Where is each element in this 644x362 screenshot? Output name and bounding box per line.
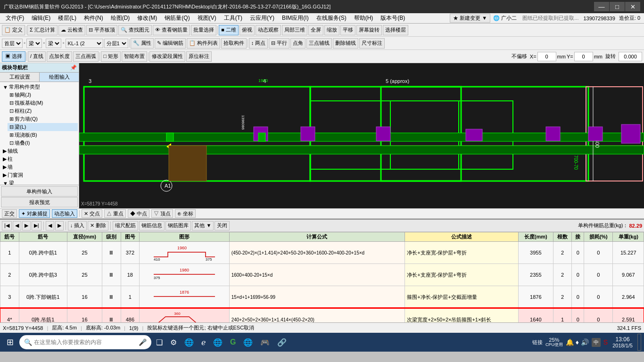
menu-draw[interactable]: 绘图(D) (107, 13, 134, 23)
mic-icon[interactable]: 🎤 (139, 338, 147, 346)
cell-shapeno[interactable]: 372 (121, 242, 140, 264)
center-snap-btn[interactable]: ◆ 中点 (128, 209, 149, 218)
intersection-btn[interactable]: ✕ 交点 (82, 209, 102, 218)
sidebar-item-wall-stair[interactable]: ⊡墙叠(I) (8, 139, 78, 147)
select-floor-btn[interactable]: 选择楼层 (383, 25, 408, 35)
sidebar-item-col-group[interactable]: ▶柱 (1, 155, 78, 163)
top-view-btn[interactable]: 俯视 (239, 25, 255, 35)
sidebar-item-column[interactable]: ⊡框柱(Z) (8, 107, 78, 115)
cell-length[interactable]: 2355 (518, 264, 553, 286)
rebar-info-btn[interactable]: 钢筋信息 (139, 221, 165, 230)
cell-shape[interactable]: 1980375 (140, 264, 229, 286)
cell-weight[interactable]: 9.067 (613, 264, 644, 286)
cell-id[interactable]: 3 (0, 286, 19, 309)
local-3d-btn[interactable]: 局部三维 (282, 25, 307, 35)
sidebar-tab-project[interactable]: 工程设置 (0, 73, 40, 82)
modify-seg-btn[interactable]: 修改梁段属性 (149, 51, 185, 62)
sum-calc-btn[interactable]: Σ 汇总计算 (27, 25, 58, 35)
parallel-btn[interactable]: ⊟ 平行 (269, 38, 289, 49)
batch-select-btn[interactable]: 批量选择 (191, 25, 216, 35)
cell-shape[interactable]: 36045.00340410 (140, 308, 229, 322)
cell-dia[interactable]: 16 (67, 308, 102, 322)
cell-grade[interactable]: Ⅲ (102, 286, 121, 309)
menu-modify[interactable]: 修改(M) (133, 13, 161, 23)
cell-name[interactable]: 0跨.跨中筋3 (19, 264, 67, 286)
menu-online[interactable]: 在线服务(S) (313, 13, 350, 23)
sidebar-item-shear-wall[interactable]: ⊞剪力墙(Q) (8, 115, 78, 123)
rotate-input[interactable] (619, 52, 642, 61)
ortho-btn[interactable]: 正交 (2, 209, 17, 218)
point-angle-btn[interactable]: 点角 (290, 38, 305, 49)
table-row[interactable]: 30跨.下部钢筋116Ⅲ1187615×d+1+1699+56-99箍围+净长-… (0, 286, 644, 309)
show-desktop-btn[interactable] (637, 334, 641, 351)
close-button[interactable]: ✕ (625, 2, 640, 11)
taskbar-app-edge[interactable]: 🌐 (182, 336, 197, 349)
cloud-check-btn[interactable]: ☁ 云检查 (58, 25, 85, 35)
taskbar-app-edge2[interactable]: 🌐 (210, 336, 225, 349)
properties-btn[interactable]: 🔧 属性 (131, 38, 154, 49)
menu-cloud[interactable]: 云应用(Y) (246, 13, 278, 23)
cell-shapeno[interactable]: 486 (121, 308, 140, 322)
zoom-btn[interactable]: 缩放 (324, 25, 339, 35)
two-point-btn[interactable]: ↕ 两点 (249, 38, 268, 49)
new-change-btn[interactable]: ★ 新建变更 ▼ (450, 14, 490, 23)
sidebar-item-opening-group[interactable]: ▶门窗洞 (1, 171, 78, 179)
cell-desc[interactable]: 箍围+净长-保护层+交截面增量 (405, 286, 519, 309)
inplace-mark-btn[interactable]: 原位标注 (186, 51, 212, 62)
scale-rebar-btn[interactable]: 缩尺配筋 (113, 221, 138, 230)
cell-id[interactable]: 4* (0, 308, 19, 322)
find-element-btn[interactable]: 🔍 查找图元 (118, 25, 152, 35)
cell-shape[interactable]: 1876 (140, 286, 229, 309)
taskbar-app-store[interactable]: ⚙ (167, 336, 180, 349)
smart-layout-btn[interactable]: 智能布置 (122, 51, 147, 62)
y-input[interactable] (574, 52, 593, 61)
cell-loss[interactable]: 0 (584, 264, 613, 286)
cell-name[interactable]: 0跨.下部钢筋1 (19, 286, 67, 309)
cell-weight[interactable]: 2.591 (613, 308, 644, 322)
cell-grade[interactable]: Ⅲ (102, 242, 121, 264)
cell-shapeno[interactable]: 1 (121, 286, 140, 309)
cell-formula[interactable]: 1600+400-20+15×d (229, 264, 405, 286)
minimize-button[interactable]: — (594, 2, 609, 11)
table-row[interactable]: 20跨.跨中筋325Ⅲ1819803751600+400-20+15×d净长+支… (0, 264, 644, 286)
sidebar-item-slab[interactable]: ⊞现浇板(B) (8, 131, 78, 139)
cell-id[interactable]: 1 (0, 242, 19, 264)
cell-weight[interactable]: 2.964 (613, 286, 644, 309)
point-len-btn[interactable]: 点加长度 (47, 51, 72, 62)
taskbar-app-ie[interactable]: ℯ (198, 336, 208, 349)
x-input[interactable] (537, 52, 556, 61)
single-element-btn[interactable]: 单构件输入 (1, 186, 78, 197)
cell-formula[interactable]: 240+2×50+2×360+1×1.414×(450-2×20) (229, 308, 405, 322)
menu-version[interactable]: 版本号(B) (377, 13, 409, 23)
sidebar-item-axle-group[interactable]: ▶轴线 (1, 147, 78, 155)
cell-count[interactable]: 2 (553, 264, 572, 286)
cell-length[interactable]: 1640 (518, 308, 553, 322)
three-arc-btn[interactable]: 三点画弧 (73, 51, 99, 62)
user-btn[interactable]: 🌐 广小二 (490, 14, 520, 22)
sidebar-item-common[interactable]: ▼ 常用构件类型 (1, 83, 78, 91)
menu-element[interactable]: 构件(N) (80, 13, 107, 23)
menu-file[interactable]: 文件(F) (2, 13, 28, 23)
menu-floor[interactable]: 楼层(L) (54, 13, 80, 23)
three-pt-aux-btn[interactable]: 三点辅线 (306, 38, 332, 49)
taskbar-app-link[interactable]: 🔗 (274, 336, 289, 349)
cell-shapeno[interactable]: 18 (121, 264, 140, 286)
cell-splice[interactable]: 0 (572, 286, 584, 309)
menu-tools[interactable]: 工具(T) (220, 13, 246, 23)
define-btn[interactable]: 📋 定义 (2, 25, 25, 35)
object-snap-btn[interactable]: ✦ 对象捕捉 (19, 209, 50, 218)
cell-formula[interactable]: (450-20×2)×(1+1.414)+240+50-20+360+1600-… (229, 242, 405, 264)
rebar-table-container[interactable]: 筋号 筋号 直径(mm) 级别 图号 图形 计算公式 公式描述 长度(mm) 根… (0, 232, 644, 322)
element-type-select[interactable]: 梁 (26, 39, 42, 48)
sidebar-item-beam[interactable]: ⊟梁(L) (8, 123, 78, 131)
rebar-prev-btn[interactable]: ◀ (13, 221, 21, 230)
taskbar-app-globe[interactable]: 🌐 (240, 336, 256, 349)
cell-loss[interactable]: 0 (584, 286, 613, 309)
element-sub-select[interactable]: 梁 (46, 39, 61, 48)
dynamic-obs-btn[interactable]: 动态观察 (256, 25, 281, 35)
rebar-insert-btn[interactable]: ↓ 插入 (68, 221, 87, 230)
sidebar-item-beam-group[interactable]: ▼梁 (1, 179, 78, 185)
rebar-nav-next[interactable]: ▶ (55, 221, 64, 230)
cell-weight[interactable]: 15.227 (613, 242, 644, 264)
rebar-next-btn[interactable]: ▶ (22, 221, 31, 230)
